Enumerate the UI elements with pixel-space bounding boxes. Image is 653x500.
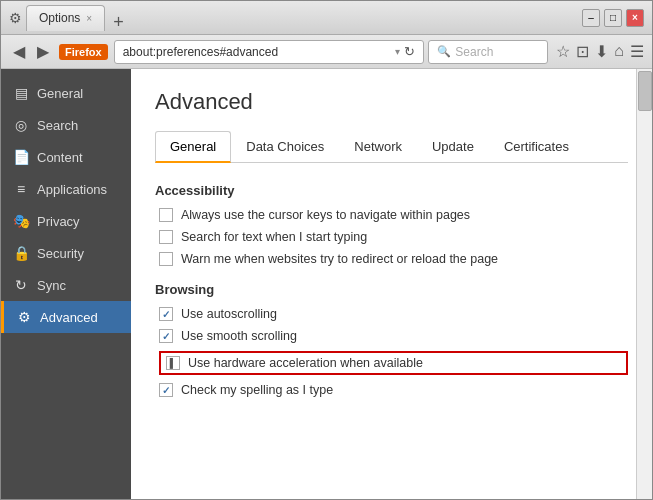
menu-icon[interactable]: ☰ — [630, 42, 644, 61]
tab-certificates[interactable]: Certificates — [489, 131, 584, 163]
tab-update[interactable]: Update — [417, 131, 489, 163]
window-controls: – □ × — [582, 9, 644, 27]
warn-redirect-label: Warn me when websites try to redirect or… — [181, 252, 498, 266]
firefox-badge: Firefox — [59, 44, 108, 60]
cursor-in-checkbox: ▌ — [170, 358, 176, 368]
titlebar-icon: ⚙ — [9, 10, 22, 26]
sidebar-item-applications[interactable]: ≡ Applications — [1, 173, 131, 205]
cursor-keys-checkbox[interactable] — [159, 208, 173, 222]
sidebar-item-search[interactable]: ◎ Search — [1, 109, 131, 141]
sidebar-item-content[interactable]: 📄 Content — [1, 141, 131, 173]
checkbox-search-typing: Search for text when I start typing — [155, 230, 628, 244]
spell-check-checkbox[interactable]: ✓ — [159, 383, 173, 397]
browser-tab-options[interactable]: Options × — [26, 5, 105, 31]
tab-bar: Options × + — [26, 5, 582, 31]
tab-close-button[interactable]: × — [86, 13, 92, 24]
maximize-button[interactable]: □ — [604, 9, 622, 27]
url-bar[interactable]: about:preferences#advanced ▾ ↻ — [114, 40, 425, 64]
main-area: ▤ General ◎ Search 📄 Content ≡ Applicati… — [1, 69, 652, 499]
content-tabs: General Data Choices Network Update Cert… — [155, 131, 628, 163]
url-dropdown-icon[interactable]: ▾ — [395, 46, 400, 57]
accessibility-title: Accessibility — [155, 183, 628, 198]
warn-redirect-checkbox[interactable] — [159, 252, 173, 266]
sidebar-item-privacy[interactable]: 🎭 Privacy — [1, 205, 131, 237]
security-icon: 🔒 — [13, 245, 29, 261]
accessibility-section: Accessibility Always use the cursor keys… — [155, 183, 628, 266]
bookmark-icon[interactable]: ☆ — [556, 42, 570, 61]
hw-accel-label: Use hardware acceleration when available — [188, 356, 423, 370]
sidebar-label-content: Content — [37, 150, 83, 165]
bookmarks-icon[interactable]: ⊡ — [576, 42, 589, 61]
privacy-icon: 🎭 — [13, 213, 29, 229]
autoscroll-checkbox[interactable]: ✓ — [159, 307, 173, 321]
search-placeholder: Search — [455, 45, 493, 59]
content-icon: 📄 — [13, 149, 29, 165]
tab-general[interactable]: General — [155, 131, 231, 163]
scrollbar-thumb[interactable] — [638, 71, 652, 111]
download-icon[interactable]: ⬇ — [595, 42, 608, 61]
navbar: ◀ ▶ Firefox about:preferences#advanced ▾… — [1, 35, 652, 69]
titlebar: ⚙ Options × + – □ × — [1, 1, 652, 35]
browser-window: ⚙ Options × + – □ × ◀ ▶ Firefox about:pr… — [0, 0, 653, 500]
scrollbar[interactable] — [636, 69, 652, 499]
browsing-section: Browsing ✓ Use autoscrolling ✓ Use smoot… — [155, 282, 628, 397]
home-icon[interactable]: ⌂ — [614, 42, 624, 61]
minimize-button[interactable]: – — [582, 9, 600, 27]
forward-button[interactable]: ▶ — [33, 40, 53, 63]
tab-data-choices[interactable]: Data Choices — [231, 131, 339, 163]
checkbox-autoscroll: ✓ Use autoscrolling — [155, 307, 628, 321]
hw-accel-checkbox[interactable]: ▌ — [166, 356, 180, 370]
sync-icon: ↻ — [13, 277, 29, 293]
checkbox-spell-check: ✓ Check my spelling as I type — [155, 383, 628, 397]
search-bar[interactable]: 🔍 Search — [428, 40, 548, 64]
general-icon: ▤ — [13, 85, 29, 101]
sidebar-item-sync[interactable]: ↻ Sync — [1, 269, 131, 301]
sidebar: ▤ General ◎ Search 📄 Content ≡ Applicati… — [1, 69, 131, 499]
url-text: about:preferences#advanced — [123, 45, 392, 59]
sidebar-label-search: Search — [37, 118, 78, 133]
sidebar-label-security: Security — [37, 246, 84, 261]
tab-network[interactable]: Network — [339, 131, 417, 163]
search-icon: 🔍 — [437, 45, 451, 58]
sidebar-label-sync: Sync — [37, 278, 66, 293]
cursor-keys-label: Always use the cursor keys to navigate w… — [181, 208, 470, 222]
sidebar-item-advanced[interactable]: ⚙ Advanced — [1, 301, 131, 333]
checkbox-cursor-keys: Always use the cursor keys to navigate w… — [155, 208, 628, 222]
sidebar-label-advanced: Advanced — [40, 310, 98, 325]
new-tab-button[interactable]: + — [109, 13, 128, 31]
smooth-scroll-label: Use smooth scrolling — [181, 329, 297, 343]
smooth-scroll-checkbox[interactable]: ✓ — [159, 329, 173, 343]
sidebar-label-general: General — [37, 86, 83, 101]
sidebar-item-general[interactable]: ▤ General — [1, 77, 131, 109]
checkbox-smooth-scroll: ✓ Use smooth scrolling — [155, 329, 628, 343]
back-button[interactable]: ◀ — [9, 40, 29, 63]
checkbox-hw-accel-highlighted: ▌ Use hardware acceleration when availab… — [159, 351, 628, 375]
sidebar-label-privacy: Privacy — [37, 214, 80, 229]
page-title: Advanced — [155, 89, 628, 115]
content-area: Advanced General Data Choices Network Up… — [131, 69, 652, 499]
advanced-icon: ⚙ — [16, 309, 32, 325]
nav-icons: ☆ ⊡ ⬇ ⌂ ☰ — [556, 42, 644, 61]
search-typing-label: Search for text when I start typing — [181, 230, 367, 244]
tab-label: Options — [39, 11, 80, 25]
close-window-button[interactable]: × — [626, 9, 644, 27]
applications-icon: ≡ — [13, 181, 29, 197]
browsing-title: Browsing — [155, 282, 628, 297]
sidebar-label-applications: Applications — [37, 182, 107, 197]
autoscroll-label: Use autoscrolling — [181, 307, 277, 321]
search-typing-checkbox[interactable] — [159, 230, 173, 244]
refresh-button[interactable]: ↻ — [404, 44, 415, 59]
checkbox-warn-redirect: Warn me when websites try to redirect or… — [155, 252, 628, 266]
spell-check-label: Check my spelling as I type — [181, 383, 333, 397]
sidebar-item-security[interactable]: 🔒 Security — [1, 237, 131, 269]
search-icon: ◎ — [13, 117, 29, 133]
